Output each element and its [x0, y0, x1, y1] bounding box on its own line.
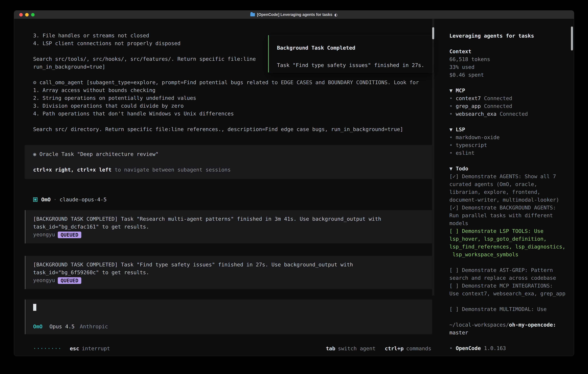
context-used: 33% used [449, 63, 566, 71]
mcp-status: Connected [484, 103, 512, 109]
todo-item-line: [ ] Demonstrate LSP TOOLS: Use [449, 227, 566, 235]
terminal-line: 3. Division operations that could divide… [33, 102, 434, 110]
zoom-button[interactable] [31, 13, 35, 17]
lsp-item: •eslint [449, 149, 566, 157]
input-model-info: OmOOpus 4.5Anthropic [33, 323, 426, 331]
main-scrollbar-thumb[interactable] [432, 27, 434, 39]
commands-key-label: commands [406, 345, 431, 352]
terminal-line: Search src/ directory. Return specific f… [33, 125, 434, 133]
triangle-down-icon: ▼ [449, 166, 452, 172]
half-circle-icon: ◐ [334, 13, 338, 17]
terminal-line: 2. String operations on potentially unde… [33, 94, 434, 102]
background-task-notification: Background Task Completed Task "Find typ… [268, 35, 433, 73]
prompt-input[interactable]: OmOOpus 4.5Anthropic [25, 300, 432, 334]
todo-item-line: models [449, 219, 566, 227]
author-name: yeongyu [33, 277, 55, 283]
bullet-icon: • [449, 345, 452, 351]
todo-item-line: search and replace across codebase [449, 274, 566, 282]
window-title: [OpenCode] Leveraging agents for tasks ◐ [250, 12, 337, 17]
background-task-message: [BACKGROUND TASK COMPLETED] Task "Find t… [25, 256, 432, 289]
todo-item-line: document-writer, multimodal-looker) [449, 196, 566, 204]
project-name: oh-my-opencode: [509, 322, 556, 328]
message-meta: yeongyuQUEUED [33, 231, 426, 239]
input-cursor-row [33, 303, 426, 311]
agent-header: OmO · claude-opus-4-5 [33, 196, 434, 204]
todo-item-line: [✓] Demonstrate AGENTS: Show all 7 [449, 173, 566, 180]
todo-item-line: lsp_hover, lsp_goto_definition, [449, 235, 566, 243]
mcp-status: Connected [484, 95, 512, 101]
todo-item-line: librarian, explore, frontend, [449, 188, 566, 196]
status-left: ········escinterrupt [33, 345, 110, 353]
context-heading: Context [449, 48, 566, 55]
todo-item-line: curated agents (OmO, oracle, [449, 180, 566, 188]
todo-section-heading[interactable]: ▼Todo [449, 165, 566, 173]
bullet-icon: • [449, 95, 452, 101]
record-icon: ◉ [33, 151, 36, 157]
shortcut-keys: ctrl+x right, ctrl+x left [33, 167, 112, 173]
window-title-text: [OpenCode] Leveraging agents for tasks [257, 12, 332, 17]
terminal-line: 4. Path operations that don't handle Win… [33, 110, 434, 118]
mcp-status: Connected [500, 111, 528, 117]
esc-key-hint: esc [70, 345, 79, 352]
minimize-button[interactable] [25, 13, 29, 17]
tab-key-hint: tab [326, 345, 335, 352]
esc-key-label: interrupt [82, 345, 110, 352]
text-cursor [33, 304, 36, 311]
commands-key-hint: ctrl+p [385, 345, 404, 352]
queued-badge: QUEUED [58, 277, 81, 284]
mcp-item: •grep_appConnected [449, 102, 566, 110]
todo-item-line: Run parallel tasks with different [449, 212, 566, 219]
message-line: task_id="bg_dcfac161" to get results. [33, 223, 426, 231]
triangle-down-icon: ▼ [449, 87, 452, 94]
bullet-icon: • [449, 111, 452, 117]
bullet-icon: • [449, 150, 452, 156]
close-button[interactable] [19, 13, 23, 17]
background-task-message: [BACKGROUND TASK COMPLETED] Task "Resear… [25, 210, 432, 243]
workspace-branch: master [449, 329, 566, 337]
version-line: •OpenCode1.0.163 [449, 344, 566, 352]
input-agent-name: OmO [33, 323, 42, 330]
bullet-icon: • [449, 134, 452, 140]
message-line: [BACKGROUND TASK COMPLETED] Task "Resear… [33, 215, 426, 223]
todo-item-line: Use context7, websearch_exa, grep_app [449, 290, 566, 298]
terminal-line: 1. Array access without bounds checking [33, 86, 434, 94]
notification-title: Background Task Completed [277, 44, 425, 52]
todo-item-line: [ ] Demonstrate AST-GREP: Pattern [449, 266, 566, 274]
terminal-window: [OpenCode] Leveraging agents for tasks ◐… [14, 10, 574, 356]
workspace-path: ~/local-workspaces/oh-my-opencode: [449, 321, 566, 329]
mcp-section-heading[interactable]: ▼MCP [449, 87, 566, 94]
app-name: OpenCode [456, 345, 481, 351]
oracle-task-box: ◉Oracle Task "Deep architecture review" … [25, 145, 432, 179]
input-model-name: Opus 4.5 [50, 323, 74, 330]
message-line: task_id="bg_6f59260c" to get results. [33, 269, 426, 276]
mcp-item: •context7Connected [449, 94, 566, 102]
lsp-section-heading[interactable]: ▼LSP [449, 126, 566, 134]
context-spent: $0.46 spent [449, 71, 566, 79]
oracle-task-title: Oracle Task "Deep architecture review" [40, 151, 159, 157]
transcript-pane: 3. File handles or streams not closed 4.… [14, 19, 434, 356]
message-line: [BACKGROUND TASK COMPLETED] Task "Find t… [33, 261, 426, 269]
main-scrollbar[interactable] [432, 19, 434, 295]
lsp-item: •typescript [449, 141, 566, 149]
tool-call-line: ⚙call_omo_agent [subagent_type=explore, … [33, 79, 434, 86]
gear-icon: ⚙ [33, 79, 36, 85]
context-tokens: 66,518 tokens [449, 55, 566, 63]
agent-icon [33, 197, 37, 202]
titlebar: [OpenCode] Leveraging agents for tasks ◐ [14, 10, 574, 19]
session-title: Leveraging agents for tasks [449, 32, 566, 40]
triangle-down-icon: ▼ [449, 126, 452, 133]
traffic-lights [19, 13, 35, 17]
todo-item-line: [ ] Demonstrate MCP INTEGRATIONS: [449, 282, 566, 290]
status-bar: ········escinterrupt tabswitch agentctrl… [33, 345, 431, 353]
sidebar-scrollbar-thumb[interactable] [571, 26, 573, 51]
mcp-item: •websearch_exaConnected [449, 110, 566, 118]
subagent-nav-hint: ctrl+x right, ctrl+x left to navigate be… [33, 166, 426, 174]
app-version: 1.0.163 [484, 345, 506, 351]
queued-badge: QUEUED [58, 231, 81, 238]
status-right: tabswitch agentctrl+pcommands [326, 345, 431, 353]
bullet-icon: • [449, 142, 452, 148]
todo-item-line: [ ] Demonstrate MULTIMODAL: Use [449, 305, 566, 313]
agent-model: claude-opus-4-5 [60, 196, 107, 204]
todo-item-line: [✓] Demonstrate BACKGROUND AGENTS: [449, 204, 566, 212]
folder-icon [250, 13, 255, 16]
